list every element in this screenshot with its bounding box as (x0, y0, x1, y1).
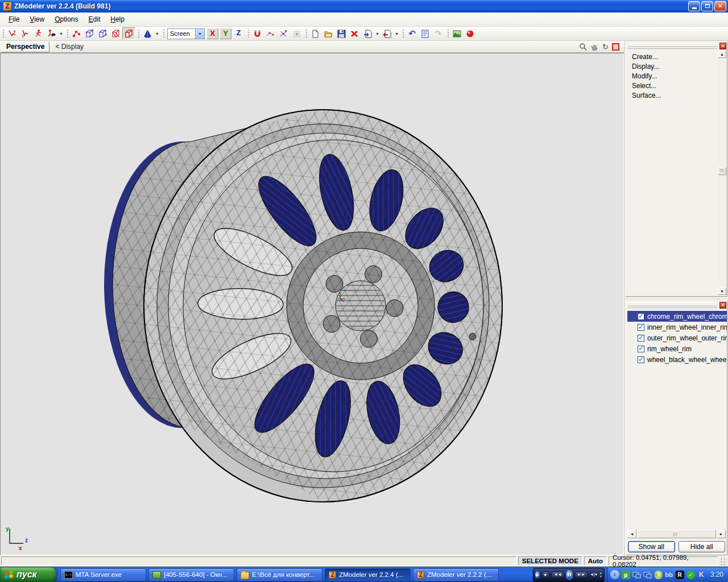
object-list-hscrollbar[interactable]: ◄ ► (627, 529, 726, 539)
chevron-down-icon[interactable]: ▼ (195, 29, 204, 39)
wmp-next-button[interactable]: ►► (574, 571, 588, 579)
object-row-rim[interactable]: rim_wheel_rim (627, 343, 727, 354)
maximize-view-red-square-icon[interactable] (612, 43, 619, 51)
wmp-pause-button[interactable] (566, 570, 573, 580)
delete-button[interactable] (348, 27, 361, 40)
object-row-outer-rim[interactable]: outer_rim_wheel_outer_rim (627, 332, 727, 343)
scroll-right-icon[interactable]: ► (717, 530, 726, 538)
import-dropdown-caret[interactable]: ▼ (374, 27, 380, 40)
restore-button[interactable] (701, 1, 713, 11)
minimize-button[interactable] (688, 1, 700, 11)
scrollbar-thumb[interactable] (637, 530, 716, 538)
viewport-tab-perspective[interactable]: Perspective (1, 41, 49, 52)
object-level-button[interactable] (122, 27, 135, 40)
collapse-chevron-icon[interactable]: ‹ (610, 570, 619, 579)
checkbox-checked-icon[interactable] (638, 335, 644, 342)
object-row-chrome-rim[interactable]: chrome_rim_wheel_chrome_ri (627, 311, 727, 322)
save-button[interactable] (335, 27, 348, 40)
kaspersky-icon[interactable]: K (697, 571, 706, 579)
task-explorer-folder[interactable]: E:\Всё для конверт... (237, 568, 322, 581)
zoom-magnifier-icon[interactable] (578, 42, 588, 51)
checkbox-checked-icon[interactable] (638, 346, 644, 352)
menu-options[interactable]: Options (49, 14, 83, 25)
material-editor-button[interactable] (464, 27, 477, 40)
task-zmodeler-222[interactable]: Z ZModeler ver 2.2.2 (... (413, 568, 499, 581)
bones-button[interactable] (45, 27, 58, 40)
menu-file[interactable]: File (3, 14, 24, 25)
object-row-inner-rim[interactable]: inner_rim_wheel_inner_rim (627, 322, 727, 332)
snap-grid-button[interactable] (290, 27, 303, 40)
command-panel-scrollbar[interactable]: ▲ ▼ (718, 51, 726, 295)
wmp-mini-player[interactable]: ▶ ■ ◄◄ ►► ◄)▾ ▲▼ (533, 568, 605, 582)
wmp-volume-icon[interactable]: ◄)▾ (590, 572, 597, 577)
bb-icon[interactable]: bb (665, 571, 673, 579)
checkbox-checked-icon[interactable] (638, 324, 644, 331)
scroll-left-icon[interactable]: ◄ (627, 530, 636, 538)
viewport-3d[interactable]: y x z (0, 53, 624, 555)
menu-edit[interactable]: Edit (84, 14, 106, 25)
open-folder-button[interactable] (322, 27, 335, 40)
export-button[interactable] (380, 27, 394, 40)
new-file-button[interactable] (309, 27, 322, 40)
command-display[interactable]: Display... (627, 62, 727, 72)
scrollbar-thumb[interactable] (718, 167, 726, 175)
wmp-stop-button[interactable]: ■ (541, 571, 549, 579)
command-create[interactable]: Create... (627, 52, 727, 62)
task-mta-server[interactable]: C:\ MTA Server.exe (60, 568, 146, 581)
polygon-level-button[interactable] (96, 27, 109, 40)
viewport-breadcrumb[interactable]: < Display (55, 43, 84, 51)
task-zmodeler-224[interactable]: Z ZModeler ver 2.2.4 (... (325, 568, 411, 581)
menu-help[interactable]: Help (105, 14, 130, 25)
edge-level-button[interactable] (83, 27, 96, 40)
antivirus-check-icon[interactable]: ✓ (686, 571, 695, 579)
wmp-previous-button[interactable]: ◄◄ (551, 571, 565, 579)
network-monitor-icon[interactable] (632, 571, 641, 579)
cone-dropdown-caret[interactable]: ▼ (154, 27, 160, 40)
task-405-556-640[interactable]: [405-556-640] - Окн... (148, 568, 234, 581)
pan-hand-icon[interactable] (589, 42, 599, 51)
menu-view[interactable]: View (24, 14, 49, 25)
close-button[interactable]: ✕ (714, 1, 726, 11)
snap-vertex-button[interactable] (264, 27, 277, 40)
close-icon[interactable]: ✕ (719, 302, 726, 309)
checkbox-checked-icon[interactable] (638, 313, 644, 320)
command-panel-header[interactable]: ✕ (626, 42, 727, 50)
start-button[interactable]: пуск (0, 567, 56, 582)
close-icon[interactable]: ✕ (719, 43, 726, 49)
rockstar-icon[interactable]: R (676, 571, 684, 579)
select-vertices-button[interactable] (6, 27, 19, 40)
checkbox-checked-icon[interactable] (638, 356, 644, 363)
magnet-snap-button[interactable] (251, 27, 264, 40)
hide-all-button[interactable]: Hide all (679, 541, 726, 552)
screen-combobox[interactable]: Screen ▼ (167, 28, 205, 39)
undo-button[interactable]: ↶ (406, 27, 419, 40)
animate-button[interactable] (32, 27, 45, 40)
snap-intersection-button[interactable] (277, 27, 290, 40)
show-all-button[interactable]: Show all (628, 541, 675, 552)
mesh-level-button[interactable] (109, 27, 122, 40)
texture-browser-button[interactable] (450, 27, 464, 40)
command-modify[interactable]: Modify... (627, 72, 727, 81)
axis-z-button[interactable]: Z (233, 28, 245, 39)
cone-primitive-button[interactable] (141, 27, 154, 40)
command-surface[interactable]: Surface... (627, 91, 727, 101)
resize-grip[interactable] (719, 556, 727, 566)
flower-smiley-icon[interactable]: ʘ‿ʘ (654, 571, 663, 579)
network-monitor-icon[interactable] (643, 571, 652, 579)
wmp-restore-icon[interactable]: ▲▼ (599, 572, 602, 578)
import-button[interactable] (361, 27, 374, 40)
vertex-level-button[interactable] (70, 27, 83, 40)
command-select[interactable]: Select... (627, 81, 727, 91)
axis-y-button[interactable]: Y (220, 28, 231, 39)
panel-grip[interactable] (628, 43, 717, 47)
log-button[interactable] (419, 27, 432, 40)
object-row-wheel-black[interactable]: wheel_black_wheel_wheel_bl... (627, 354, 727, 365)
export-dropdown-caret[interactable]: ▼ (394, 27, 400, 40)
bones-dropdown-caret[interactable]: ▼ (58, 27, 64, 40)
object-panel-header[interactable]: ✕ (626, 301, 727, 309)
auto-indicator[interactable]: Auto (584, 556, 607, 566)
scroll-down-icon[interactable]: ▼ (718, 288, 726, 295)
panel-grip[interactable] (628, 302, 717, 306)
redo-button[interactable]: ↷ (432, 27, 445, 40)
orbit-rotate-icon[interactable]: ↻ (601, 42, 610, 51)
